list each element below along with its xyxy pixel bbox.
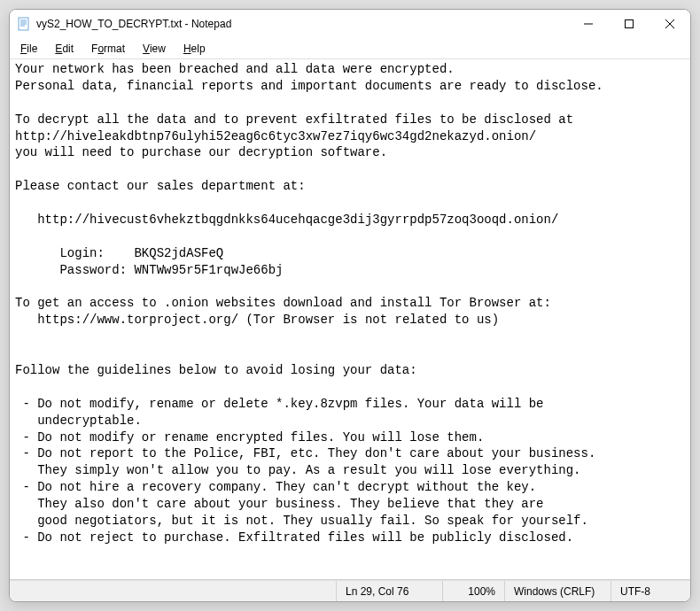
maximize-button[interactable] (609, 10, 649, 38)
close-button[interactable] (649, 10, 690, 38)
menubar: File Edit Format View Help (10, 38, 690, 59)
menu-view[interactable]: View (134, 40, 175, 58)
menu-edit[interactable]: Edit (46, 40, 82, 58)
status-eol: Windows (CRLF) (504, 581, 611, 601)
text-area[interactable]: Your network has been breached and all d… (10, 59, 690, 580)
menu-edit-rest: dit (62, 43, 74, 55)
menu-file-rest: ile (27, 43, 37, 55)
titlebar[interactable]: vyS2_HOW_TO_DECRYPT.txt - Notepad (10, 10, 690, 38)
menu-help-rest: elp (191, 43, 206, 55)
statusbar: Ln 29, Col 76 100% Windows (CRLF) UTF-8 (10, 580, 690, 601)
svg-rect-6 (626, 20, 634, 28)
notepad-window: vyS2_HOW_TO_DECRYPT.txt - Notepad File E… (9, 9, 691, 602)
status-encoding: UTF-8 (611, 581, 690, 601)
menu-view-rest: iew (150, 43, 166, 55)
status-zoom: 100% (442, 581, 504, 601)
menu-help[interactable]: Help (175, 40, 214, 58)
status-position: Ln 29, Col 76 (336, 581, 442, 601)
menu-format-rest: rmat (104, 43, 125, 55)
window-title: vyS2_HOW_TO_DECRYPT.txt - Notepad (36, 18, 568, 30)
menu-file[interactable]: File (12, 40, 46, 58)
menu-format[interactable]: Format (82, 40, 134, 58)
notepad-icon (17, 17, 31, 31)
minimize-button[interactable] (568, 10, 609, 38)
window-controls (568, 10, 690, 38)
